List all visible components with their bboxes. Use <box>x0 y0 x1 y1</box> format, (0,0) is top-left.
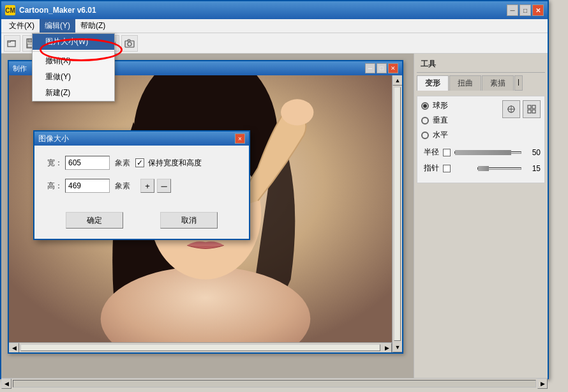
pointer-label: 指针 <box>421 163 439 174</box>
tab-distort[interactable]: 扭曲 <box>449 75 481 91</box>
radius-label: 半径 <box>421 147 439 158</box>
dialog-buttons: 确定 取消 <box>34 212 249 239</box>
scroll-up-arrow[interactable]: ▲ <box>392 75 402 86</box>
scroll-left-arrow[interactable]: ◀ <box>9 343 19 352</box>
radius-checkbox[interactable] <box>443 149 451 156</box>
pointer-row: 指针 15 <box>421 163 541 174</box>
radio-sphere-label: 球形 <box>433 100 448 111</box>
dropdown-image-size[interactable]: 图片大小(W) <box>33 34 114 50</box>
menu-edit[interactable]: 编辑(Y) <box>40 19 75 33</box>
height-plus-button[interactable]: + <box>140 179 154 193</box>
radio-horizontal-label: 水平 <box>433 130 448 140</box>
menu-file[interactable]: 文件(X) <box>4 19 40 33</box>
width-unit: 象素 <box>115 158 130 169</box>
options-top-row: 球形 垂直 水平 <box>421 100 541 147</box>
h-scrollbar[interactable]: ◀ ▶ <box>9 342 392 352</box>
title-controls: ─ □ ✕ <box>507 4 544 16</box>
svg-rect-10 <box>128 40 130 41</box>
dropdown-new[interactable]: 新建(Z) <box>33 85 114 101</box>
close-button[interactable]: ✕ <box>532 4 544 16</box>
bottom-scroll-right[interactable]: ▶ <box>537 379 548 389</box>
pointer-slider[interactable] <box>477 167 521 170</box>
width-label: 宽： <box>47 158 60 169</box>
main-window: CM Cartoon_Maker v6.01 ─ □ ✕ 文件(X) 编辑(Y)… <box>0 0 549 379</box>
svg-rect-21 <box>528 105 531 109</box>
sub-maximize-button[interactable]: □ <box>377 63 387 73</box>
dialog-title-bar: 图像大小 × <box>34 132 249 146</box>
width-input[interactable] <box>65 156 110 170</box>
radius-row: 半径 50 <box>421 147 541 158</box>
grid-icon-button[interactable] <box>523 100 541 118</box>
bottom-scroll-left[interactable]: ◀ <box>1 379 11 389</box>
tab-transform[interactable]: 变形 <box>417 75 449 91</box>
radio-sphere[interactable]: 球形 <box>421 100 448 111</box>
tab-sketch[interactable]: 素描 <box>482 75 514 91</box>
image-size-dialog: 图像大小 × 宽： 象素 ✓ 保持宽度和高度 <box>33 130 250 240</box>
dropdown-undo[interactable]: 撤销(X) <box>33 53 114 69</box>
keep-ratio-row: ✓ 保持宽度和高度 <box>135 158 202 169</box>
minimize-button[interactable]: ─ <box>507 4 518 16</box>
height-minus-button[interactable]: ─ <box>157 179 171 193</box>
height-unit: 象素 <box>115 181 130 192</box>
dialog-title-text: 图像大小 <box>38 133 69 144</box>
width-row: 宽： 象素 ✓ 保持宽度和高度 <box>47 156 236 170</box>
dropdown-separator-1 <box>33 51 114 52</box>
h-scroll-thumb[interactable] <box>20 344 380 351</box>
toolbar-open[interactable] <box>4 35 20 52</box>
radio-horizontal-circle <box>421 132 429 139</box>
right-panel: 工具 变形 扭曲 素描 | 球形 <box>414 54 548 378</box>
app-title: Cartoon_Maker v6.01 <box>19 6 96 15</box>
height-stepper: + ─ <box>140 179 171 193</box>
crosshair-icon-button[interactable] <box>502 100 520 118</box>
toolbar-camera[interactable] <box>121 35 138 52</box>
bottom-scrollbar: ◀ ▶ <box>1 378 548 388</box>
v-scroll-thumb[interactable] <box>394 87 401 341</box>
scroll-right-arrow[interactable]: ▶ <box>382 343 392 352</box>
tab-extra[interactable]: | <box>514 75 523 91</box>
svg-rect-23 <box>528 110 531 113</box>
pointer-checkbox[interactable] <box>443 165 451 172</box>
ok-button[interactable]: 确定 <box>66 212 123 229</box>
radius-slider[interactable] <box>454 151 521 154</box>
radio-horizontal[interactable]: 水平 <box>421 130 448 140</box>
tools-title: 工具 <box>417 56 545 73</box>
keep-ratio-checkbox[interactable]: ✓ <box>135 158 144 167</box>
tool-icon-buttons <box>502 100 541 118</box>
keep-ratio-label: 保持宽度和高度 <box>148 158 202 169</box>
content-area: 制作 ─ □ ✕ <box>1 54 548 378</box>
radio-vertical-circle <box>421 117 429 124</box>
title-bar: CM Cartoon_Maker v6.01 ─ □ ✕ <box>1 1 548 19</box>
svg-point-17 <box>281 99 313 125</box>
pointer-value: 15 <box>525 164 541 173</box>
menu-bar: 文件(X) 编辑(Y) 帮助(Z) 图片大小(W) 撤销(X) 重做(Y) 新建… <box>1 19 548 33</box>
height-row: 高： 象素 + ─ <box>47 179 236 193</box>
edit-dropdown: 图片大小(W) 撤销(X) 重做(Y) 新建(Z) <box>32 33 115 102</box>
tool-options-panel: 球形 垂直 水平 <box>417 96 545 183</box>
radio-vertical-label: 垂直 <box>433 115 448 126</box>
title-bar-left: CM Cartoon_Maker v6.01 <box>5 5 96 15</box>
dialog-close-button[interactable]: × <box>235 133 245 144</box>
sub-window-title: 制作 <box>13 64 27 73</box>
svg-rect-22 <box>532 105 535 109</box>
height-label: 高： <box>47 181 60 192</box>
dialog-body: 宽： 象素 ✓ 保持宽度和高度 高： 象素 <box>34 146 249 212</box>
height-input[interactable] <box>65 179 110 193</box>
radius-value: 50 <box>525 148 541 157</box>
radio-vertical[interactable]: 垂直 <box>421 115 448 126</box>
bottom-scroll-thumb[interactable] <box>13 380 536 388</box>
v-scrollbar[interactable]: ▲ ▼ <box>392 75 402 352</box>
scroll-down-arrow[interactable]: ▼ <box>392 342 402 352</box>
tool-tabs: 变形 扭曲 素描 | <box>417 75 545 91</box>
svg-rect-0 <box>8 41 15 47</box>
dropdown-redo[interactable]: 重做(Y) <box>33 69 114 85</box>
radio-sphere-circle <box>421 102 429 110</box>
sub-minimize-button[interactable]: ─ <box>365 63 375 73</box>
cancel-button[interactable]: 取消 <box>160 212 218 229</box>
shape-radio-group: 球形 垂直 水平 <box>421 100 448 140</box>
app-icon: CM <box>5 5 15 15</box>
sub-title-controls: ─ □ ✕ <box>365 63 398 73</box>
svg-rect-24 <box>532 110 535 113</box>
menu-help[interactable]: 帮助(Z) <box>75 19 110 33</box>
maximize-button[interactable]: □ <box>519 4 531 16</box>
sub-close-button[interactable]: ✕ <box>388 63 398 73</box>
